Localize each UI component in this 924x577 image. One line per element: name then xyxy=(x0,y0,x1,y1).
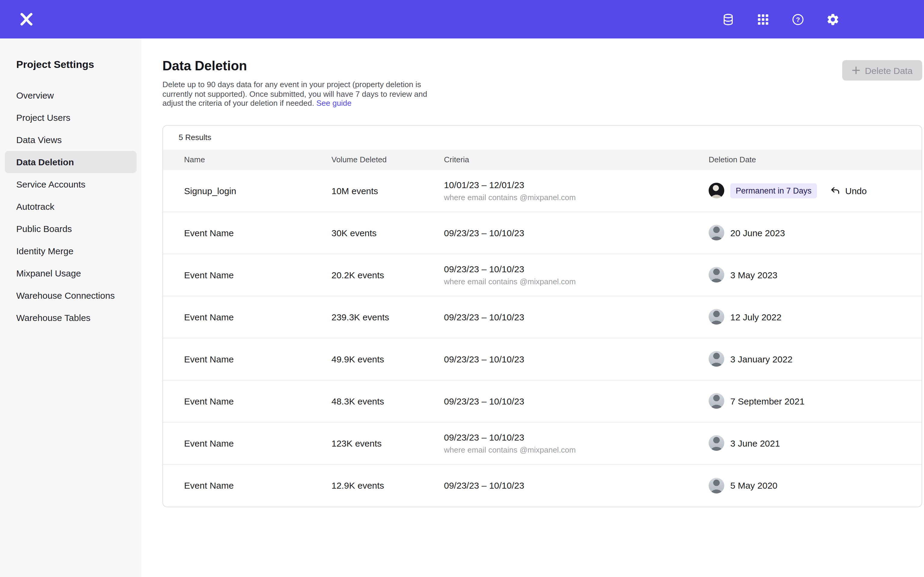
row-deletion-date: 3 January 2022 xyxy=(709,351,830,367)
row-volume: 239.3K events xyxy=(331,312,444,322)
avatar xyxy=(709,477,724,493)
row-name: Event Name xyxy=(184,438,331,448)
sidebar-item-label: Data Deletion xyxy=(16,157,74,167)
sidebar-item-label: Warehouse Connections xyxy=(16,290,115,301)
sidebar-item-label: Public Boards xyxy=(16,224,72,234)
table-body: Signup_login 10M events 10/01/23 – 12/01… xyxy=(163,170,922,506)
sidebar-item-identity-merge[interactable]: Identity Merge xyxy=(5,240,137,262)
sidebar-item-warehouse-connections[interactable]: Warehouse Connections xyxy=(5,284,137,306)
see-guide-link[interactable]: See guide xyxy=(317,98,352,108)
sidebar-item-public-boards[interactable]: Public Boards xyxy=(5,218,137,240)
sidebar-item-autotrack[interactable]: Autotrack xyxy=(5,195,137,218)
topbar-icon-group: ? xyxy=(718,10,842,29)
page-description-text: Delete up to 90 days data for any event … xyxy=(162,80,427,108)
sidebar-item-label: Warehouse Tables xyxy=(16,313,90,323)
app-window: ? Project Settings Overview Project User… xyxy=(0,0,924,577)
table-row: Event Name 239.3K events 09/23/23 – 10/1… xyxy=(163,296,922,338)
row-deletion-date-text: Permanent in 7 Days xyxy=(730,183,817,198)
settings-icon[interactable] xyxy=(823,10,842,29)
row-deletion-date-text: 20 June 2023 xyxy=(730,227,785,238)
column-header-deletion-date: Deletion Date xyxy=(709,155,830,164)
sidebar-item-data-views[interactable]: Data Views xyxy=(5,129,137,151)
row-volume: 123K events xyxy=(331,438,444,448)
sidebar-item-warehouse-tables[interactable]: Warehouse Tables xyxy=(5,306,137,329)
row-name: Event Name xyxy=(184,269,331,280)
main-content: Data Deletion Delete up to 90 days data … xyxy=(141,39,924,577)
row-criteria-range: 09/23/23 – 10/10/23 xyxy=(444,354,709,364)
sidebar-item-label: Service Accounts xyxy=(16,179,86,189)
row-criteria: 09/23/23 – 10/10/23 xyxy=(444,396,709,406)
sidebar-item-mixpanel-usage[interactable]: Mixpanel Usage xyxy=(5,262,137,284)
row-criteria-range: 09/23/23 – 10/10/23 xyxy=(444,264,709,274)
avatar xyxy=(709,225,724,240)
top-navbar: ? xyxy=(0,0,924,39)
page-header: Data Deletion Delete up to 90 days data … xyxy=(162,39,922,108)
row-volume: 10M events xyxy=(331,185,444,196)
row-criteria: 09/23/23 – 10/10/23 where email contains… xyxy=(444,432,709,454)
settings-sidebar: Project Settings Overview Project Users … xyxy=(0,39,141,577)
mixpanel-logo[interactable] xyxy=(17,10,36,29)
mixpanel-logo-icon xyxy=(19,11,34,27)
row-criteria-range: 09/23/23 – 10/10/23 xyxy=(444,227,709,238)
table-row: Event Name 30K events 09/23/23 – 10/10/2… xyxy=(163,212,922,254)
row-deletion-date: 3 June 2021 xyxy=(709,435,830,451)
row-criteria: 09/23/23 – 10/10/23 xyxy=(444,227,709,238)
row-deletion-date-text: 12 July 2022 xyxy=(730,312,782,322)
apps-grid-icon[interactable] xyxy=(753,10,772,29)
row-deletion-date-text: 3 January 2022 xyxy=(730,354,793,364)
delete-data-button[interactable]: Delete Data xyxy=(842,60,922,81)
row-name: Event Name xyxy=(184,396,331,406)
row-deletion-date-text: 3 May 2023 xyxy=(730,269,777,280)
sidebar-item-data-deletion[interactable]: Data Deletion xyxy=(5,151,137,173)
undo-icon xyxy=(830,185,840,196)
avatar xyxy=(709,309,724,324)
row-deletion-date: 5 May 2020 xyxy=(709,477,830,493)
deletion-table-card: 5 Results Name Volume Deleted Criteria D… xyxy=(162,125,922,507)
sidebar-item-service-accounts[interactable]: Service Accounts xyxy=(5,173,137,195)
undo-button-label: Undo xyxy=(845,185,867,196)
row-deletion-date: 20 June 2023 xyxy=(709,225,830,240)
row-deletion-date-text: 5 May 2020 xyxy=(730,480,777,490)
avatar xyxy=(709,267,724,282)
row-name: Signup_login xyxy=(184,185,331,196)
row-deletion-date: 12 July 2022 xyxy=(709,309,830,324)
sidebar-item-label: Mixpanel Usage xyxy=(16,268,81,278)
avatar xyxy=(709,435,724,451)
data-pipelines-icon[interactable] xyxy=(718,10,738,29)
row-criteria: 09/23/23 – 10/10/23 where email contains… xyxy=(444,264,709,286)
row-criteria-range: 09/23/23 – 10/10/23 xyxy=(444,480,709,490)
row-name: Event Name xyxy=(184,480,331,490)
row-volume: 49.9K events xyxy=(331,354,444,364)
column-header-criteria: Criteria xyxy=(444,155,709,164)
help-icon[interactable]: ? xyxy=(788,10,807,29)
row-criteria-filter: where email contains @mixpanel.com xyxy=(444,193,709,201)
sidebar-item-overview[interactable]: Overview xyxy=(5,84,137,106)
undo-button[interactable]: Undo xyxy=(830,185,922,196)
row-criteria: 10/01/23 – 12/01/23 where email contains… xyxy=(444,179,709,201)
column-header-volume: Volume Deleted xyxy=(331,155,444,164)
row-name: Event Name xyxy=(184,312,331,322)
row-volume: 48.3K events xyxy=(331,396,444,406)
sidebar-item-label: Autotrack xyxy=(16,201,55,211)
sidebar-item-label: Identity Merge xyxy=(16,246,73,256)
delete-data-button-label: Delete Data xyxy=(865,65,913,76)
row-deletion-date: Permanent in 7 Days xyxy=(709,183,830,198)
row-criteria-range: 09/23/23 – 10/10/23 xyxy=(444,432,709,442)
table-row: Signup_login 10M events 10/01/23 – 12/01… xyxy=(163,170,922,212)
row-name: Event Name xyxy=(184,227,331,238)
row-volume: 20.2K events xyxy=(331,269,444,280)
table-header-row: Name Volume Deleted Criteria Deletion Da… xyxy=(163,149,922,170)
sidebar-item-label: Overview xyxy=(16,90,54,100)
row-criteria-range: 09/23/23 – 10/10/23 xyxy=(444,312,709,322)
row-criteria: 09/23/23 – 10/10/23 xyxy=(444,480,709,490)
sidebar-item-label: Project Users xyxy=(16,113,70,122)
row-criteria: 09/23/23 – 10/10/23 xyxy=(444,354,709,364)
sidebar-item-project-users[interactable]: Project Users xyxy=(5,106,137,129)
table-row: Event Name 49.9K events 09/23/23 – 10/10… xyxy=(163,338,922,380)
sidebar-item-label: Data Views xyxy=(16,135,61,145)
row-criteria-filter: where email contains @mixpanel.com xyxy=(444,445,709,454)
row-deletion-date: 3 May 2023 xyxy=(709,267,830,282)
svg-text:?: ? xyxy=(796,16,800,23)
row-criteria-filter: where email contains @mixpanel.com xyxy=(444,277,709,286)
table-row: Event Name 48.3K events 09/23/23 – 10/10… xyxy=(163,380,922,422)
